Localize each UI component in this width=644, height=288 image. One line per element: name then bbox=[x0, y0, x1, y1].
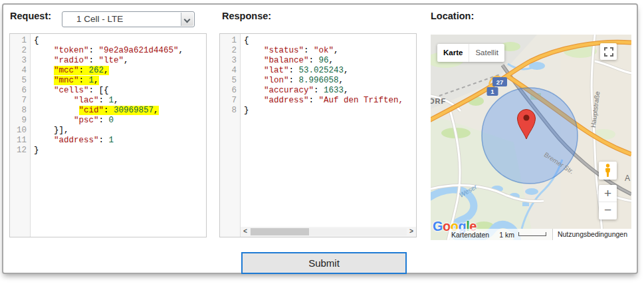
highway-shield-1: 1 bbox=[487, 87, 498, 96]
map-panel: 27 1 ORF Hauptstraße Bremer Str. Weser A bbox=[431, 35, 631, 240]
response-horizontal-scrollbar[interactable]: < > bbox=[241, 227, 416, 237]
attribution-data-label: Kartendaten bbox=[451, 231, 489, 239]
response-json-code: { "status": "ok", "balance": 96, "lat": … bbox=[241, 34, 416, 237]
request-label: Request: bbox=[10, 11, 51, 21]
submit-button[interactable]: Submit bbox=[241, 252, 407, 274]
zoom-in-button[interactable]: + bbox=[599, 185, 617, 202]
svg-text:1: 1 bbox=[490, 88, 494, 95]
response-label: Response: bbox=[222, 11, 271, 21]
terms-link[interactable]: Nutzungsbedingungen bbox=[552, 229, 631, 240]
edge-label-partial: A bbox=[625, 174, 630, 183]
scroll-left-arrow-icon[interactable]: < bbox=[241, 227, 250, 237]
api-demo-window: Request: 1 Cell - LTE 123456789101112 { … bbox=[2, 3, 638, 274]
select-arrow-box[interactable] bbox=[181, 13, 193, 26]
response-line-numbers: 12345678 bbox=[220, 34, 241, 237]
scrollbar-track[interactable] bbox=[250, 228, 407, 235]
zoom-out-button[interactable]: − bbox=[599, 202, 617, 219]
location-label: Location: bbox=[431, 11, 474, 21]
fullscreen-button[interactable] bbox=[600, 43, 617, 60]
highway-shield-27: 27 bbox=[492, 77, 507, 86]
request-line-numbers: 123456789101112 bbox=[10, 34, 31, 237]
scroll-right-arrow-icon[interactable]: > bbox=[407, 227, 416, 237]
request-preset-select[interactable]: 1 Cell - LTE bbox=[62, 11, 195, 27]
response-json-editor: 12345678 { "status": "ok", "balance": 96… bbox=[219, 33, 417, 237]
map-type-control: Karte Satellit bbox=[437, 44, 504, 62]
request-preset-value: 1 Cell - LTE bbox=[76, 14, 123, 24]
request-json-code[interactable]: { "token": "9e2a9a621d4465", "radio": "l… bbox=[31, 34, 206, 237]
map-type-satellite-button[interactable]: Satellit bbox=[469, 44, 504, 62]
map-type-map-button[interactable]: Karte bbox=[437, 44, 469, 62]
scrollbar-thumb[interactable] bbox=[251, 228, 309, 235]
svg-text:27: 27 bbox=[496, 78, 504, 86]
pegman-icon bbox=[603, 164, 612, 178]
scale-bar bbox=[518, 232, 546, 236]
place-label-partial: ORF bbox=[431, 97, 446, 105]
request-json-editor[interactable]: 123456789101112 { "token": "9e2a9a621d44… bbox=[9, 33, 207, 237]
map-attribution-bar: Kartendaten 1 km Nutzungsbedingungen bbox=[449, 229, 631, 240]
scale-label: 1 km bbox=[499, 231, 514, 239]
chevron-down-icon bbox=[184, 17, 191, 23]
zoom-control: + − bbox=[599, 185, 617, 219]
fullscreen-icon bbox=[604, 47, 613, 57]
pegman-button[interactable] bbox=[599, 162, 617, 180]
